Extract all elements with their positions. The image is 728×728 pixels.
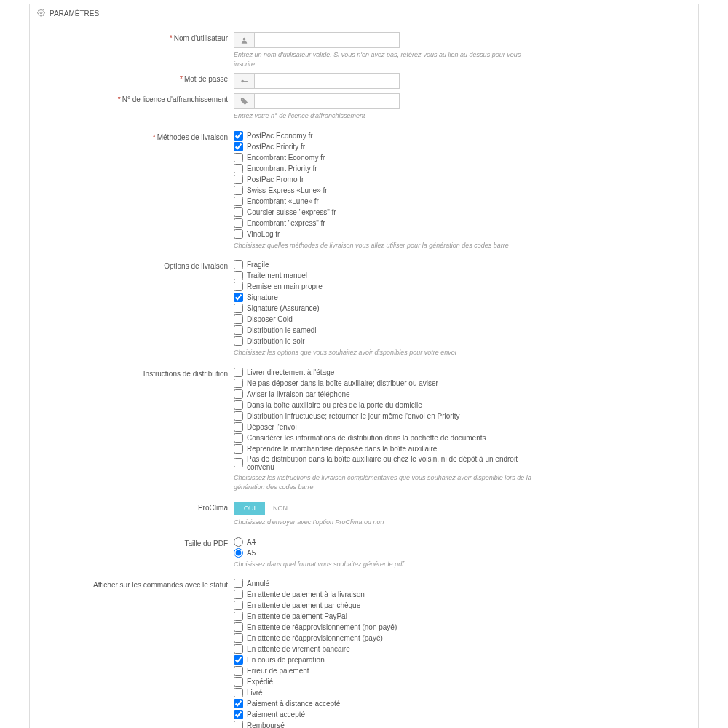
option-checkbox[interactable] [234, 271, 243, 280]
status-row: En attente de réapprovisionnement (payé) [234, 633, 539, 643]
user-icon [234, 32, 254, 48]
proclima-toggle[interactable]: OUI NON [234, 502, 296, 515]
status-checkbox[interactable] [234, 612, 243, 621]
settings-panel: PARAMÈTRES *Nom d'utilisateur Entrez un … [29, 4, 699, 728]
status-label: Paiement à distance accepté [247, 700, 340, 708]
option-checkbox[interactable] [234, 314, 243, 324]
instruction-label: Pas de distribution dans la boîte auxili… [247, 455, 539, 471]
method-checkbox[interactable] [234, 131, 243, 141]
status-checkbox[interactable] [234, 688, 243, 697]
method-checkbox[interactable] [234, 153, 243, 162]
svg-point-1 [243, 37, 246, 40]
gear-icon [37, 9, 45, 18]
option-label: Distribution le samedi [247, 326, 317, 334]
status-row: En attente de paiement par chèque [234, 601, 539, 610]
status-checkbox[interactable] [234, 579, 243, 588]
status-row: Erreur de paiement [234, 666, 539, 676]
instruction-checkbox[interactable] [234, 444, 243, 454]
status-checkbox[interactable] [234, 633, 243, 643]
status-row: Remboursé [234, 721, 539, 728]
instruction-checkbox[interactable] [234, 458, 243, 467]
status-label: Expédié [247, 678, 273, 686]
status-checkbox[interactable] [234, 710, 243, 719]
option-row: Distribution le soir [234, 336, 539, 346]
method-row: PostPac Economy fr [234, 131, 539, 141]
option-checkbox[interactable] [234, 293, 243, 302]
username-label: Nom d'utilisateur [174, 34, 228, 42]
proclima-no[interactable]: NON [265, 502, 296, 515]
instruction-checkbox[interactable] [234, 389, 243, 399]
svg-rect-3 [243, 81, 248, 82]
option-checkbox[interactable] [234, 260, 243, 269]
instruction-row: Pas de distribution dans la boîte auxili… [234, 455, 539, 471]
status-checkbox[interactable] [234, 601, 243, 610]
username-input[interactable] [254, 32, 400, 48]
method-checkbox[interactable] [234, 142, 243, 151]
method-checkbox[interactable] [234, 186, 243, 195]
option-checkbox[interactable] [234, 282, 243, 291]
password-input[interactable] [254, 73, 400, 89]
status-checkbox[interactable] [234, 721, 243, 728]
status-checkbox[interactable] [234, 677, 243, 687]
instruction-row: Déposer l'envoi [234, 422, 539, 432]
instruction-label: Distribution infructueuse; retourner le … [247, 412, 460, 420]
instruction-checkbox[interactable] [234, 368, 243, 377]
instruction-label: Ne pas déposer dans la boîte auxiliaire;… [247, 379, 438, 387]
method-checkbox[interactable] [234, 229, 243, 239]
status-label: En attente de paiement PayPal [247, 612, 347, 620]
instruction-checkbox[interactable] [234, 400, 243, 410]
pdfsize-radio[interactable] [234, 537, 243, 547]
panel-header: PARAMÈTRES [30, 4, 698, 23]
status-label: Erreur de paiement [247, 667, 309, 675]
method-label: PostPac Priority fr [247, 143, 305, 151]
license-label: N° de licence d'affranchissement [122, 95, 228, 103]
instruction-label: Aviser la livraison par téléphone [247, 390, 350, 398]
status-checkbox[interactable] [234, 655, 243, 665]
pdfsize-label: Taille du PDF [185, 539, 228, 547]
instruction-label: Déposer l'envoi [247, 423, 297, 431]
option-checkbox[interactable] [234, 336, 243, 346]
option-label: Signature (Assurance) [247, 304, 320, 312]
license-input[interactable] [254, 93, 400, 109]
method-row: Encombrant Economy fr [234, 153, 539, 162]
option-row: Traitement manuel [234, 271, 539, 280]
status-checkbox[interactable] [234, 666, 243, 676]
method-checkbox[interactable] [234, 164, 243, 173]
method-checkbox[interactable] [234, 197, 243, 206]
instruction-row: Livrer directement à l'étage [234, 368, 539, 377]
pdfsize-label: A5 [247, 549, 256, 557]
svg-rect-5 [247, 81, 248, 82]
option-help: Choisissez les options que vous souhaite… [234, 348, 539, 357]
status-row: En attente de paiement à la livraison [234, 590, 539, 599]
status-row: En attente de réapprovisionnement (non p… [234, 622, 539, 632]
instruction-label: Dans la boîte auxiliaire ou près de la p… [247, 401, 422, 409]
proclima-yes[interactable]: OUI [234, 502, 265, 515]
method-row: Encombrant «Lune» fr [234, 197, 539, 206]
status-label: En attente de paiement à la livraison [247, 590, 365, 598]
statuses-label: Afficher sur les commandes avec le statu… [93, 581, 228, 589]
instruction-row: Ne pas déposer dans la boîte auxiliaire;… [234, 379, 539, 388]
option-checkbox[interactable] [234, 325, 243, 335]
proclima-help: Choisissez d'envoyer avec l'option ProCl… [234, 518, 539, 527]
option-label: Signature [247, 293, 278, 301]
method-checkbox[interactable] [234, 175, 243, 184]
method-checkbox[interactable] [234, 207, 243, 217]
instruction-checkbox[interactable] [234, 422, 243, 432]
option-checkbox[interactable] [234, 304, 243, 313]
status-checkbox[interactable] [234, 622, 243, 632]
method-row: Swiss-Express «Lune» fr [234, 186, 539, 195]
status-checkbox[interactable] [234, 590, 243, 599]
option-row: Fragile [234, 260, 539, 269]
proclima-label: ProClima [198, 504, 228, 512]
status-checkbox[interactable] [234, 644, 243, 654]
instruction-label: Reprendre la marchandise déposée dans la… [247, 445, 437, 453]
instruction-checkbox[interactable] [234, 433, 243, 443]
status-checkbox[interactable] [234, 699, 243, 708]
username-help: Entrez un nom d'utilisateur valide. Si v… [234, 50, 539, 68]
pdfsize-radio[interactable] [234, 548, 243, 558]
instruction-checkbox[interactable] [234, 379, 243, 388]
pdfsize-label: A4 [247, 538, 256, 546]
method-checkbox[interactable] [234, 218, 243, 228]
instruction-checkbox[interactable] [234, 411, 243, 421]
option-row: Signature (Assurance) [234, 304, 539, 313]
